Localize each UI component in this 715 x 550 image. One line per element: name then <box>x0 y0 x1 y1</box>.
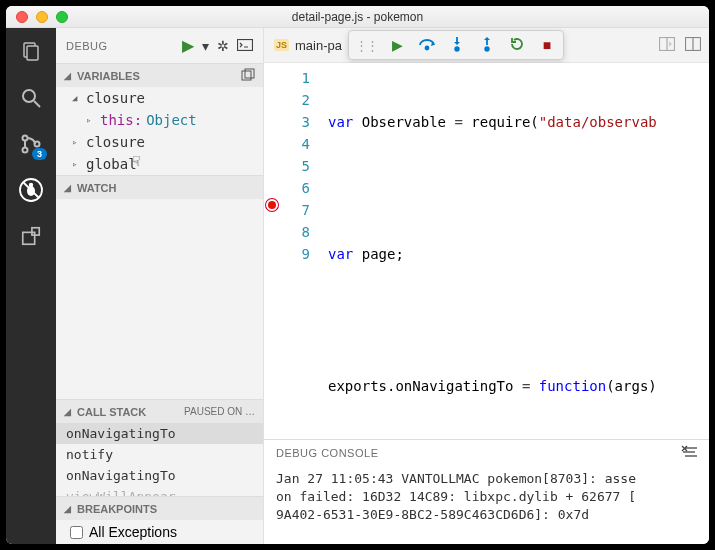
debug-icon[interactable] <box>17 176 45 204</box>
split-editor-icon[interactable] <box>659 37 675 54</box>
titlebar: detail-page.js - pokemon <box>6 6 709 28</box>
svg-rect-1 <box>27 46 38 60</box>
callstack-frame[interactable]: viewWillAppear <box>56 486 263 496</box>
svg-rect-11 <box>23 232 35 244</box>
git-icon[interactable]: 3 <box>17 130 45 158</box>
debug-console-panel: DEBUG CONSOLE Jan 27 11:05:43 VANTOLLMAC… <box>264 439 709 544</box>
debug-console-toggle-icon[interactable] <box>237 38 253 54</box>
tab-main-page[interactable]: main-pa <box>295 38 342 53</box>
debug-sidebar: DEBUG ▶ ▾ ✲ ◢ VARIABLES ◢ closure ▹ <box>56 28 264 544</box>
debug-console-title[interactable]: DEBUG CONSOLE <box>276 447 378 459</box>
breakpoint-marker-icon[interactable] <box>266 199 278 211</box>
continue-button[interactable]: ▶ <box>387 37 407 53</box>
chevron-down-icon: ◢ <box>64 504 71 514</box>
collapse-all-icon[interactable] <box>241 68 255 84</box>
code-content[interactable]: var Observable = require("data/observab … <box>320 63 709 439</box>
restart-button[interactable] <box>507 36 527 55</box>
svg-rect-15 <box>245 69 254 78</box>
line-numbers: 1 2 3 4 5 6 7 8 9 <box>284 63 320 439</box>
console-output[interactable]: Jan 27 11:05:43 VANTOLLMAC pokemon[8703]… <box>264 466 709 544</box>
step-over-button[interactable] <box>417 37 437 54</box>
svg-point-4 <box>23 136 28 141</box>
code-editor[interactable]: 1 2 3 4 5 6 7 8 9 var Observable = requi… <box>264 63 709 439</box>
chevron-down-icon: ◢ <box>64 71 71 81</box>
clear-console-icon[interactable] <box>681 445 697 461</box>
svg-rect-14 <box>242 71 251 80</box>
editor-tabs: JS main-pa ⋮⋮ ▶ <box>264 28 709 63</box>
svg-point-20 <box>485 47 489 51</box>
chevron-down-icon: ◢ <box>64 407 71 417</box>
svg-point-16 <box>426 46 429 49</box>
svg-point-2 <box>23 90 35 102</box>
variable-scope-closure-2[interactable]: ▹ closure <box>56 131 263 153</box>
breakpoint-checkbox[interactable] <box>70 526 83 539</box>
debug-config-dropdown[interactable]: ▾ <box>202 38 209 54</box>
sidebar-title: DEBUG <box>66 40 174 52</box>
callstack-frame[interactable]: notify <box>56 444 263 465</box>
window-title: detail-page.js - pokemon <box>6 10 709 24</box>
svg-point-18 <box>455 47 459 51</box>
step-out-button[interactable] <box>477 36 497 55</box>
start-debug-button[interactable]: ▶ <box>182 36 194 55</box>
svg-line-3 <box>34 101 40 107</box>
variable-scope-global[interactable]: ▹ global ☟ <box>56 153 263 175</box>
settings-gear-icon[interactable]: ✲ <box>217 38 229 54</box>
debug-toolbar[interactable]: ⋮⋮ ▶ ■ <box>348 30 564 60</box>
svg-rect-12 <box>32 228 39 235</box>
svg-point-10 <box>29 183 33 187</box>
git-badge: 3 <box>32 148 47 160</box>
explorer-icon[interactable] <box>17 38 45 66</box>
callstack-section-header[interactable]: ◢ CALL STACK PAUSED ON … <box>56 399 263 423</box>
breakpoints-section-header[interactable]: ◢ BREAKPOINTS <box>56 496 263 520</box>
variable-this[interactable]: ▹ this: Object <box>56 109 263 131</box>
svg-point-9 <box>27 186 35 196</box>
stop-button[interactable]: ■ <box>537 37 557 53</box>
search-icon[interactable] <box>17 84 45 112</box>
callstack-frame[interactable]: onNavigatingTo <box>56 465 263 486</box>
editor-layout-icon[interactable] <box>685 37 701 54</box>
variable-scope-closure[interactable]: ◢ closure <box>56 87 263 109</box>
breakpoint-gutter[interactable] <box>264 63 284 439</box>
chevron-down-icon: ◢ <box>64 183 71 193</box>
variables-section-header[interactable]: ◢ VARIABLES <box>56 63 263 87</box>
extensions-icon[interactable] <box>17 222 45 250</box>
activity-bar: 3 <box>6 28 56 544</box>
breakpoint-all-exceptions[interactable]: All Exceptions <box>56 520 263 544</box>
step-into-button[interactable] <box>447 36 467 55</box>
drag-handle-icon[interactable]: ⋮⋮ <box>355 38 377 53</box>
watch-section-header[interactable]: ◢ WATCH <box>56 175 263 199</box>
svg-rect-13 <box>238 39 253 50</box>
callstack-frame[interactable]: onNavigatingTo <box>56 423 263 444</box>
js-file-icon: JS <box>274 39 289 51</box>
svg-point-5 <box>23 148 28 153</box>
